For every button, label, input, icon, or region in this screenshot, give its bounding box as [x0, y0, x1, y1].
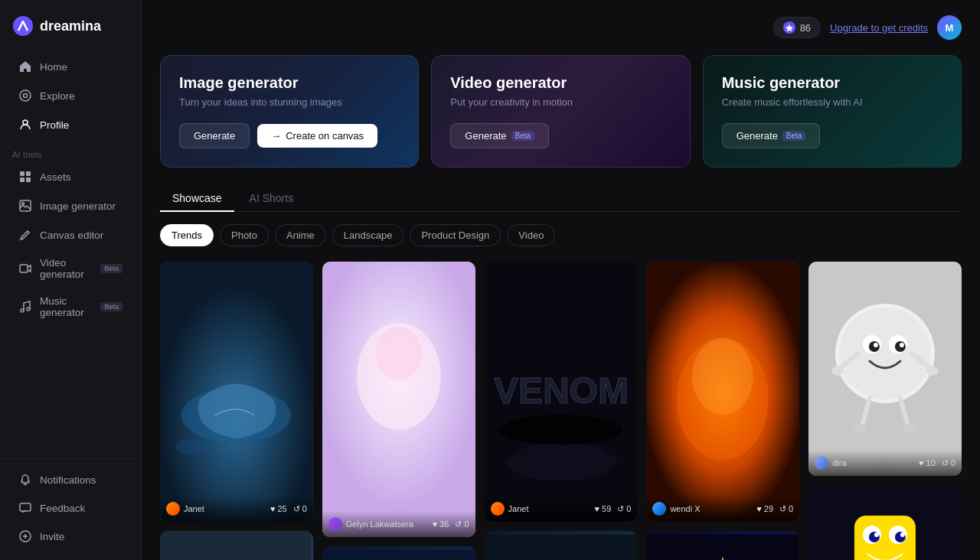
image-gen-card-subtitle: Turn your ideas into stunning images — [179, 96, 400, 108]
music-generator-card: Music generator Create music effortlessl… — [703, 55, 962, 168]
sidebar-item-canvas-editor[interactable]: Canvas editor — [6, 221, 135, 249]
invite-icon — [18, 529, 32, 543]
image-generator-card: Image generator Turn your ideas into stu… — [160, 55, 419, 168]
grid-item-cat[interactable]: wendi X ♥ 29 ↺ 0 — [646, 262, 799, 522]
music-gen-icon — [18, 300, 32, 314]
reposts-cat: ↺ 0 — [779, 504, 793, 514]
grid-item-ship[interactable] — [322, 546, 475, 560]
sidebar-item-image-generator[interactable]: Image generator — [6, 192, 135, 220]
svg-point-52 — [852, 424, 867, 433]
video-gen-card-subtitle: Put your creativity in motion — [450, 96, 671, 108]
tab-ai-shorts[interactable]: AI Shorts — [237, 186, 306, 212]
filter-product-design[interactable]: Product Design — [410, 224, 501, 246]
item-footer-cat: wendi X ♥ 29 ↺ 0 — [646, 496, 799, 522]
item-footer-whale: Janet ♥ 25 ↺ 0 — [160, 496, 313, 522]
video-gen-icon — [18, 262, 32, 275]
upgrade-button[interactable]: Upgrade to get credits — [830, 22, 928, 34]
svg-point-18 — [175, 438, 207, 454]
likes-fluffy: ♥ 10 — [919, 458, 936, 467]
svg-point-1 — [20, 90, 31, 101]
filter-row: Trends Photo Anime Landscape Product Des… — [160, 224, 962, 246]
grid-item-venom[interactable]: VENOM VENOM Janet ♥ 59 ↺ — [485, 262, 638, 522]
user-avatar[interactable]: M — [937, 15, 962, 40]
author-dira: dira — [815, 456, 846, 470]
sidebar-label-explore: Explore — [40, 90, 75, 102]
grid-item-fluffy[interactable]: dira ♥ 10 ↺ 0 — [808, 262, 962, 476]
filter-photo[interactable]: Photo — [220, 224, 269, 246]
svg-point-47 — [900, 343, 904, 347]
filter-video[interactable]: Video — [507, 224, 555, 246]
svg-point-53 — [903, 424, 918, 433]
svg-marker-15 — [786, 24, 793, 31]
svg-rect-13 — [20, 503, 31, 511]
svg-point-12 — [27, 308, 30, 311]
svg-rect-10 — [20, 265, 28, 272]
author-avatar-wendi — [652, 502, 666, 516]
sidebar-item-feedback[interactable]: Feedback — [6, 494, 135, 522]
grid-item-whale[interactable]: Janet ♥ 25 ↺ 0 — [160, 262, 313, 522]
sidebar-item-music-generator[interactable]: Music generator Beta — [6, 288, 135, 325]
stats-elf: ♥ 36 ↺ 0 — [433, 519, 469, 529]
arrow-right-icon: → — [271, 130, 281, 142]
sidebar-label-canvas: Canvas editor — [40, 230, 103, 241]
grid-item-sponge[interactable] — [808, 485, 962, 560]
svg-rect-7 — [26, 177, 31, 182]
svg-rect-19 — [162, 531, 311, 560]
sidebar-label-music: Music generator — [40, 295, 90, 318]
author-janet-2: Janet — [491, 502, 529, 516]
sidebar-item-invite[interactable]: Invite — [6, 523, 135, 550]
create-on-canvas-button[interactable]: → Create on canvas — [257, 124, 377, 148]
svg-point-3 — [23, 120, 28, 125]
heart-icon-fluffy: ♥ — [919, 458, 924, 467]
tab-showcase[interactable]: Showcase — [160, 186, 234, 212]
filter-trends[interactable]: Trends — [160, 224, 214, 246]
author-avatar-janet-2 — [491, 502, 505, 516]
credits-value: 86 — [800, 22, 811, 34]
reposts-whale: ↺ 0 — [293, 504, 307, 514]
svg-rect-24 — [322, 550, 475, 560]
grid-item-stars[interactable] — [646, 531, 799, 560]
sidebar-item-video-generator[interactable]: Video generator Beta — [6, 250, 135, 287]
svg-point-63 — [900, 532, 905, 537]
likes-cat: ♥ 29 — [756, 504, 773, 513]
sidebar-label-invite: Invite — [40, 531, 64, 542]
likes-whale: ♥ 25 — [270, 504, 287, 513]
grid-item-elf[interactable]: Gelyn Lakwatsera ♥ 36 ↺ 0 — [322, 262, 475, 537]
image-generate-button[interactable]: Generate — [179, 123, 250, 148]
heart-icon-cat: ♥ — [756, 504, 762, 513]
music-gen-card-title: Music generator — [722, 74, 942, 92]
item-footer-elf: Gelyn Lakwatsera ♥ 36 ↺ 0 — [322, 511, 475, 537]
grid-item-robot[interactable] — [485, 531, 638, 560]
reposts-venom: ↺ 0 — [617, 504, 631, 514]
video-gen-beta-tag: Beta — [511, 131, 535, 141]
image-gen-buttons: Generate → Create on canvas — [179, 123, 400, 148]
tabs-row: Showcase AI Shorts — [160, 186, 962, 212]
music-generate-button[interactable]: Generate Beta — [722, 123, 821, 148]
svg-rect-4 — [20, 171, 24, 176]
svg-point-62 — [874, 532, 879, 537]
sidebar-item-notifications[interactable]: Notifications — [6, 466, 135, 493]
credits-badge[interactable]: 86 — [773, 17, 821, 38]
svg-point-35 — [692, 338, 753, 415]
home-icon — [18, 60, 32, 73]
music-gen-beta-tag: Beta — [782, 131, 806, 141]
filter-anime[interactable]: Anime — [275, 224, 326, 246]
repost-icon-elf: ↺ — [455, 519, 462, 529]
video-generate-button[interactable]: Generate Beta — [450, 123, 549, 148]
author-wendi: wendi X — [652, 502, 700, 516]
sidebar-item-explore[interactable]: Explore — [6, 82, 135, 109]
image-gen-icon — [18, 199, 32, 213]
sidebar-item-assets[interactable]: Assets — [6, 163, 135, 190]
sidebar-item-home[interactable]: Home — [6, 53, 135, 80]
stats-fluffy: ♥ 10 ↺ 0 — [919, 458, 956, 468]
logo[interactable]: dreamina — [0, 9, 141, 52]
filter-landscape[interactable]: Landscape — [332, 224, 404, 246]
reposts-fluffy: ↺ 0 — [942, 458, 956, 468]
credits-icon — [783, 21, 795, 34]
sidebar-item-profile[interactable]: Profile — [6, 111, 135, 138]
svg-point-46 — [874, 343, 878, 347]
grid-item-whale-bottom[interactable] — [160, 531, 313, 560]
author-avatar-gelyn — [328, 517, 342, 531]
likes-venom: ♥ 59 — [594, 504, 611, 513]
sidebar-label-image-gen: Image generator — [40, 200, 116, 212]
